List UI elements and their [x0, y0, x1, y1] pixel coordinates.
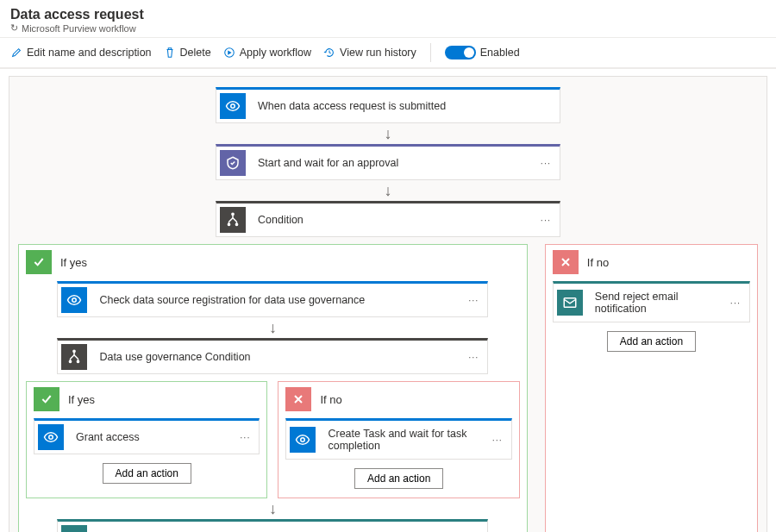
page-title: Data access request: [10, 7, 766, 22]
arrow-down-icon: ↓: [385, 180, 392, 201]
trigger-label: When data access request is submitted: [258, 93, 560, 119]
x-icon: [285, 387, 311, 411]
arrow-down-icon: ↓: [269, 317, 277, 338]
if-no-label: If no: [587, 256, 609, 269]
svg-point-10: [301, 438, 305, 442]
condition-icon: [220, 207, 246, 233]
send-reject-email-label: Send reject email notification: [595, 284, 713, 322]
inner-if-no-branch: If no Create Task and wait for task comp…: [278, 381, 519, 498]
svg-point-9: [49, 435, 53, 440]
view-history-button[interactable]: View run history: [323, 47, 416, 59]
workflow-canvas: When data access request is submitted ↓ …: [9, 76, 767, 532]
enabled-toggle[interactable]: Enabled: [445, 46, 520, 59]
step-menu-button[interactable]: ···: [532, 215, 560, 225]
grant-access-label: Grant access: [76, 424, 222, 450]
svg-point-1: [231, 104, 235, 109]
svg-point-3: [228, 223, 229, 225]
send-email-label: Send email notification: [99, 525, 451, 532]
inner-if-yes-branch: If yes Grant access ··· Add an action: [26, 381, 267, 498]
step-menu-button[interactable]: ···: [484, 435, 511, 445]
inner-branches: If yes Grant access ··· Add an action: [26, 381, 520, 498]
arrow-down-icon: ↓: [385, 123, 392, 144]
svg-point-4: [235, 223, 237, 225]
mail-icon: [61, 525, 87, 532]
svg-point-2: [232, 213, 234, 215]
if-yes-branch: If yes Check data source registration fo…: [18, 244, 528, 532]
toggle-switch-icon: [445, 46, 476, 59]
send-email-step[interactable]: Send email notification ···: [57, 519, 488, 532]
approval-step[interactable]: Start and wait for an approval ···: [216, 144, 560, 180]
arrow-down-icon: ↓: [269, 498, 277, 519]
inner-if-no-label: If no: [320, 393, 341, 406]
add-action-button[interactable]: Add an action: [103, 463, 191, 484]
page-subtitle: Microsoft Purview workflow: [10, 22, 766, 34]
approval-label: Start and wait for an approval: [258, 150, 523, 176]
trigger-step[interactable]: When data access request is submitted: [216, 87, 560, 123]
toolbar: Edit name and description Delete Apply w…: [0, 38, 776, 69]
check-icon: [26, 250, 52, 274]
history-icon: [323, 47, 335, 59]
eye-icon: [38, 424, 64, 450]
send-reject-email-step[interactable]: Send reject email notification ···: [553, 281, 750, 322]
create-task-step[interactable]: Create Task and wait for task completion…: [285, 418, 511, 460]
apply-icon: [223, 47, 235, 59]
condition-step[interactable]: Condition ···: [216, 201, 560, 237]
inner-if-yes-label: If yes: [68, 393, 95, 406]
eye-icon: [61, 287, 87, 313]
check-registration-label: Check data source registration for data …: [99, 287, 451, 313]
approval-icon: [220, 150, 246, 176]
step-menu-button[interactable]: ···: [460, 352, 487, 362]
step-menu-button[interactable]: ···: [460, 295, 487, 305]
add-action-button[interactable]: Add an action: [354, 468, 443, 489]
condition-branches: If yes Check data source registration fo…: [18, 244, 758, 532]
step-menu-button[interactable]: ···: [532, 158, 560, 168]
toolbar-separator: [430, 43, 431, 62]
create-task-label: Create Task and wait for task completion: [328, 421, 474, 459]
apply-workflow-button[interactable]: Apply workflow: [223, 47, 311, 59]
eye-icon: [290, 427, 316, 453]
add-action-button[interactable]: Add an action: [607, 331, 696, 352]
check-registration-step[interactable]: Check data source registration for data …: [57, 281, 488, 317]
governance-condition-step[interactable]: Data use governance Condition ···: [57, 338, 488, 374]
svg-point-5: [72, 298, 77, 303]
page-header: Data access request Microsoft Purview wo…: [0, 0, 776, 38]
eye-icon: [220, 93, 246, 119]
step-menu-button[interactable]: ···: [722, 297, 749, 308]
governance-condition-label: Data use governance Condition: [99, 344, 451, 370]
edit-button[interactable]: Edit name and description: [10, 47, 152, 59]
trash-icon: [164, 47, 176, 59]
x-icon: [553, 250, 579, 274]
condition-icon: [61, 344, 87, 370]
svg-point-7: [70, 360, 72, 362]
refresh-icon: [10, 22, 18, 34]
condition-label: Condition: [258, 207, 523, 233]
mail-icon: [557, 290, 583, 316]
if-no-branch: If no Send reject email notification ···…: [545, 244, 758, 532]
check-icon: [34, 387, 59, 411]
grant-access-step[interactable]: Grant access ···: [34, 418, 260, 454]
svg-point-6: [73, 350, 75, 352]
pencil-icon: [10, 47, 22, 59]
delete-button[interactable]: Delete: [164, 47, 211, 59]
if-yes-label: If yes: [60, 256, 87, 269]
subtitle-text: Microsoft Purview workflow: [22, 23, 136, 34]
svg-point-8: [78, 360, 79, 362]
step-menu-button[interactable]: ···: [231, 432, 259, 442]
